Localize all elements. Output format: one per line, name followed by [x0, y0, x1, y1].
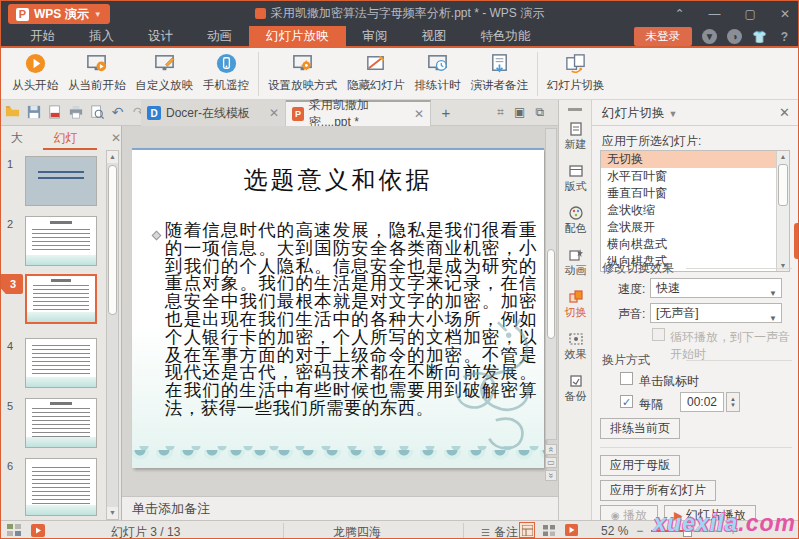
save-icon[interactable]	[26, 104, 41, 119]
doc-tab-current[interactable]: P 采用凯撒加密....ppt * ✕	[286, 100, 431, 126]
notes-bar[interactable]: 单击添加备注	[122, 496, 558, 520]
tab-special-features[interactable]: 特色功能	[464, 26, 548, 48]
tab-home[interactable]: 开始	[13, 26, 72, 48]
slide-thumbnail-row[interactable]: 2	[1, 216, 101, 268]
sound-dropdown[interactable]: [无声音]▼	[650, 303, 782, 323]
close-tab-icon[interactable]: ✕	[269, 106, 279, 120]
scrollbar-thumb[interactable]	[547, 249, 555, 339]
scroll-up-icon[interactable]: ▲	[777, 151, 789, 162]
slide-thumbnail[interactable]	[25, 156, 97, 206]
previous-slide-button[interactable]: «	[545, 444, 557, 455]
slide-thumbnail[interactable]	[25, 338, 97, 388]
slideshow-view-button[interactable]	[563, 522, 579, 538]
editor-scrollbar[interactable]	[545, 128, 557, 440]
close-panel-icon[interactable]: ✕	[779, 100, 790, 126]
close-button[interactable]: ✕	[780, 7, 790, 21]
strip-effects[interactable]: 效果	[559, 332, 592, 362]
strip-color-scheme[interactable]: 配色	[559, 206, 592, 236]
transition-option[interactable]: 盒状展开	[601, 219, 789, 236]
rehearse-current-button[interactable]: 排练当前页	[600, 418, 680, 439]
tab-tool-window-icon[interactable]: ▣	[514, 105, 525, 119]
zoom-slider-knob[interactable]	[683, 525, 692, 537]
strip-transition[interactable]: 切换	[559, 290, 592, 320]
maximize-button[interactable]: ▢	[745, 7, 756, 21]
scrollbar-thumb[interactable]	[108, 165, 117, 315]
transition-option[interactable]: 垂直百叶窗	[601, 185, 789, 202]
slide-thumbnail-row-selected[interactable]: 3	[1, 274, 101, 326]
speaker-notes-button[interactable]: 演讲者备注	[466, 50, 534, 98]
minimize-button[interactable]: —	[709, 7, 721, 21]
open-folder-icon[interactable]	[5, 104, 20, 119]
rehearse-timing-button[interactable]: 排练计时	[410, 50, 466, 98]
strip-backup[interactable]: 备份	[559, 374, 592, 404]
scrollbar-thumb[interactable]	[778, 164, 788, 206]
setup-show-button[interactable]: 设置放映方式	[263, 50, 342, 98]
phone-remote-button[interactable]: 手机遥控	[198, 50, 254, 98]
collapse-ribbon-icon[interactable]: ⌃	[675, 7, 685, 21]
slide-thumbnail-row[interactable]: 6	[1, 458, 101, 510]
slide-thumbnail-row[interactable]: 4	[1, 338, 101, 390]
slide-transition-button[interactable]: 幻灯片切换	[542, 50, 610, 98]
strip-new-slide[interactable]: 新建	[559, 122, 592, 152]
slide-thumbnail-row[interactable]: 5	[1, 398, 101, 450]
next-slide-button[interactable]: »	[545, 470, 557, 481]
scroll-up-icon[interactable]: ▲	[107, 151, 118, 163]
print-preview-icon[interactable]	[89, 104, 104, 119]
zoom-in-button[interactable]: +	[729, 524, 736, 538]
slideshow-status-icon[interactable]	[31, 524, 45, 539]
tab-animation[interactable]: 动画	[190, 26, 249, 48]
new-tab-button[interactable]: +	[436, 104, 456, 122]
tab-slides[interactable]: 幻灯片	[43, 126, 97, 150]
strip-animation[interactable]: 动画	[559, 248, 592, 278]
slide-sorter-view-button[interactable]	[541, 522, 557, 538]
slide-title[interactable]: 选题意义和依据	[132, 164, 544, 196]
from-beginning-button[interactable]: 从头开始	[7, 50, 63, 98]
tab-review[interactable]: 审阅	[346, 26, 405, 48]
tab-outline[interactable]: 大纲	[1, 126, 43, 150]
wps-app-menu-button[interactable]: P WPS 演示 ▼	[8, 4, 110, 24]
on-click-checkbox[interactable]	[620, 372, 633, 385]
export-pdf-icon[interactable]	[47, 104, 62, 119]
slide-thumbnail-row[interactable]: 1	[1, 156, 101, 208]
custom-show-button[interactable]: 自定义放映	[131, 50, 199, 98]
help-icon[interactable]: ?	[777, 29, 792, 44]
skin-icon[interactable]: 👕	[752, 29, 767, 44]
panel-resize-handle[interactable]	[794, 223, 799, 259]
interval-checkbox[interactable]: ✓	[620, 395, 633, 408]
tab-view[interactable]: 视图	[405, 26, 464, 48]
tab-tool-pin-icon[interactable]: ⌗	[497, 105, 504, 119]
slide-thumbnail[interactable]	[25, 458, 97, 516]
tab-design[interactable]: 设计	[131, 26, 190, 48]
login-button[interactable]: 未登录	[634, 27, 693, 46]
interval-spinner[interactable]: ▲▼	[726, 392, 740, 412]
slide-thumbnail[interactable]	[25, 398, 97, 448]
scroll-down-icon[interactable]: ▼	[107, 507, 118, 519]
slide-navigator-button[interactable]: ▭	[545, 457, 557, 468]
doc-tab-docer[interactable]: D Docer-在线模板 ✕	[141, 100, 286, 126]
hide-slide-button[interactable]: 隐藏幻灯片	[342, 50, 410, 98]
transition-option[interactable]: 水平百叶窗	[601, 168, 789, 185]
slide-canvas[interactable]: 选题意义和依据 随着信息时代的高速发展，隐私是我们很看重的一项信息。大到国防安全…	[132, 148, 544, 468]
tab-slideshow[interactable]: 幻灯片放映	[249, 26, 346, 48]
from-current-button[interactable]: 从当前开始	[63, 50, 131, 98]
panel-header[interactable]: 幻灯片切换▼ ✕	[592, 100, 799, 126]
list-scrollbar[interactable]: ▲ ▼	[776, 151, 789, 271]
zoom-slider[interactable]	[651, 530, 721, 532]
zoom-out-button[interactable]: −	[636, 524, 643, 538]
collapse-panel-icon[interactable]	[568, 108, 582, 111]
tab-tool-layout-icon[interactable]: ⧉	[535, 105, 544, 119]
transition-option-selected[interactable]: 无切换	[601, 151, 789, 168]
undo-icon[interactable]: ↶	[110, 104, 125, 119]
apply-to-all-button[interactable]: 应用于所有幻灯片	[600, 480, 716, 501]
loop-checkbox[interactable]	[652, 328, 665, 341]
normal-view-button[interactable]	[519, 522, 535, 538]
apply-to-master-button[interactable]: 应用于母版	[600, 455, 680, 476]
slides-scrollbar[interactable]: ▲ ▼	[106, 150, 119, 520]
slide-thumbnail-selected[interactable]	[25, 274, 97, 324]
tab-insert[interactable]: 插入	[72, 26, 131, 48]
transition-option[interactable]: 盒状收缩	[601, 202, 789, 219]
print-icon[interactable]	[68, 104, 83, 119]
speed-dropdown[interactable]: 快速▼	[650, 278, 782, 298]
download-icon[interactable]: ▼	[702, 29, 717, 44]
notes-toggle[interactable]: ☰ 备注	[481, 524, 518, 539]
